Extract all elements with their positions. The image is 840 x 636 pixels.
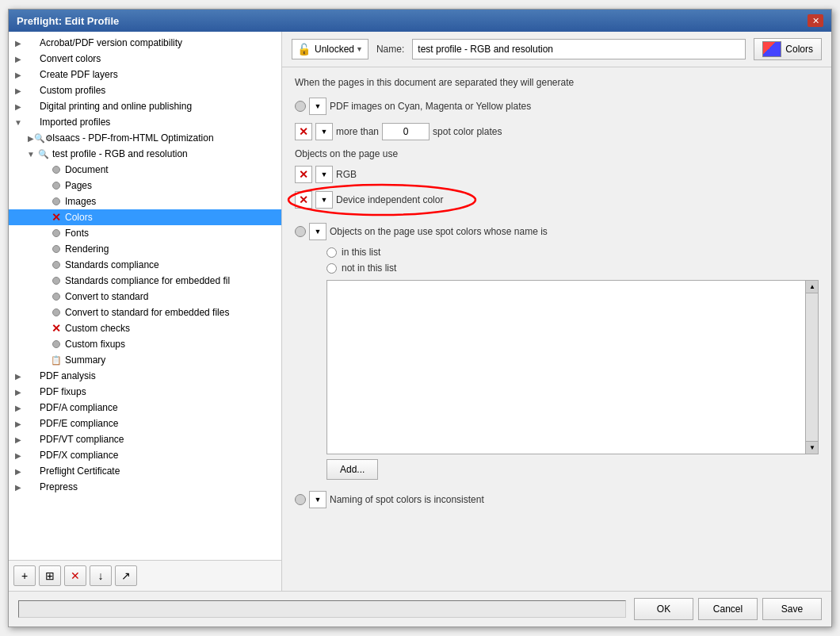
tree-item-custom-fixups[interactable]: Custom fixups xyxy=(9,336,281,352)
naming-toggle[interactable] xyxy=(295,494,306,505)
tree-toggle-colors[interactable] xyxy=(37,211,50,224)
tree-item-pdfx-compliance[interactable]: ▶PDF/X compliance xyxy=(9,447,281,463)
tree-item-convert-colors[interactable]: ▶Convert colors xyxy=(9,51,281,67)
tree-toggle-summary[interactable] xyxy=(37,354,50,366)
tree-item-images[interactable]: Images xyxy=(9,193,281,209)
tree-toggle-standards-embedded[interactable] xyxy=(37,274,50,287)
tree-item-fonts[interactable]: Fonts xyxy=(9,225,281,241)
ok-button[interactable]: OK xyxy=(634,598,693,620)
tree-item-pdfe-compliance[interactable]: ▶PDF/E compliance xyxy=(9,416,281,431)
tree-toggle-convert-embedded[interactable] xyxy=(37,306,50,319)
tree-toggle-pdfa-compliance[interactable]: ▶ xyxy=(12,401,25,414)
add-tree-item-button[interactable]: + xyxy=(13,565,36,586)
tree-toggle-document[interactable] xyxy=(37,163,50,176)
save-button[interactable]: Save xyxy=(762,598,822,620)
duplicate-tree-item-button[interactable]: ⊞ xyxy=(39,565,61,586)
status-bar xyxy=(18,600,626,618)
tree-toggle-standards-compliance[interactable] xyxy=(37,259,50,271)
tree-item-prepress[interactable]: ▶Prepress xyxy=(9,479,281,495)
tree-item-pdfa-compliance[interactable]: ▶PDF/A compliance xyxy=(9,400,281,416)
tree-toggle-pdfe-compliance[interactable]: ▶ xyxy=(12,417,25,430)
tree-toggle-pdf-analysis[interactable]: ▶ xyxy=(12,370,25,382)
tree-item-preflight-cert[interactable]: ▶Preflight Certificate xyxy=(9,463,281,479)
tree-toggle-preflight-cert[interactable]: ▶ xyxy=(12,465,25,477)
cancel-button[interactable]: Cancel xyxy=(698,598,758,620)
scroll-up-btn[interactable]: ▲ xyxy=(806,281,819,293)
tree-item-digital-printing[interactable]: ▶Digital printing and online publishing xyxy=(9,98,281,114)
delete-tree-item-button[interactable]: ✕ xyxy=(64,565,86,586)
tree-toggle-pdf-fixups[interactable]: ▶ xyxy=(12,385,25,398)
more-than-dropdown[interactable]: ▼ xyxy=(315,123,333,140)
pdf-images-dropdown[interactable]: ▼ xyxy=(309,98,326,115)
tree-toggle-fonts[interactable] xyxy=(37,227,50,239)
tree-toggle-custom-checks[interactable] xyxy=(37,322,50,335)
radio-group: in this list not in this list xyxy=(326,247,819,274)
tree-toggle-test-profile[interactable]: ▼ xyxy=(25,148,37,160)
spot-dropdown[interactable]: ▼ xyxy=(309,223,326,240)
move-down-button[interactable]: ↓ xyxy=(90,565,112,586)
device-ind-toggle[interactable]: ✕ xyxy=(295,191,312,209)
pdf-images-toggle[interactable] xyxy=(295,101,306,112)
close-button[interactable]: ✕ xyxy=(808,14,823,27)
tree-toggle-convert-colors[interactable]: ▶ xyxy=(12,52,25,65)
profile-name-input[interactable] xyxy=(412,39,746,59)
spot-toggle[interactable] xyxy=(295,226,306,237)
tree-item-pdfvt-compliance[interactable]: ▶PDF/VT compliance xyxy=(9,431,281,447)
tree-toolbar: + ⊞ ✕ ↓ ↗ xyxy=(9,560,281,591)
scroll-down-btn[interactable]: ▼ xyxy=(806,441,819,454)
device-ind-dropdown[interactable]: ▼ xyxy=(315,191,333,209)
tree-label-convert-to-std: Convert to standard xyxy=(65,291,148,302)
tree-item-create-pdf-layers[interactable]: ▶Create PDF layers xyxy=(9,67,281,82)
tree-item-pages[interactable]: Pages xyxy=(9,178,281,193)
left-panel: ▶Acrobat/PDF version compatibility▶Conve… xyxy=(9,32,282,591)
tree-item-pdf-fixups[interactable]: ▶PDF fixups xyxy=(9,384,281,400)
tree-item-isaacs[interactable]: ▶🔍⚙Isaacs - PDF-from-HTML Optimization xyxy=(9,130,281,146)
tree-toggle-custom-profiles[interactable]: ▶ xyxy=(12,84,25,97)
tree-item-document[interactable]: Document xyxy=(9,162,281,178)
add-button[interactable]: Add... xyxy=(326,459,378,480)
tree-toggle-prepress[interactable]: ▶ xyxy=(12,481,25,493)
naming-dropdown[interactable]: ▼ xyxy=(309,491,326,508)
tree-toggle-pages[interactable] xyxy=(37,179,50,192)
tree-item-acrobat[interactable]: ▶Acrobat/PDF version compatibility xyxy=(9,35,281,51)
tree-icon-pdf-analysis xyxy=(25,370,37,382)
not-in-list-radio[interactable] xyxy=(326,263,337,274)
rgb-toggle[interactable]: ✕ xyxy=(295,166,312,183)
tree-item-convert-to-std[interactable]: Convert to standard xyxy=(9,289,281,305)
tree-toggle-imported-profiles[interactable]: ▼ xyxy=(12,116,25,128)
tree-label-custom-checks: Custom checks xyxy=(65,323,130,334)
tree-toggle-create-pdf-layers[interactable]: ▶ xyxy=(12,68,25,81)
tree-item-summary[interactable]: 📋Summary xyxy=(9,352,281,368)
tree-item-test-profile[interactable]: ▼🔍test profile - RGB and resolution xyxy=(9,146,281,162)
tree-item-rendering[interactable]: Rendering xyxy=(9,241,281,257)
tree-item-pdf-analysis[interactable]: ▶PDF analysis xyxy=(9,368,281,384)
tree-icon-custom-profiles xyxy=(25,84,37,97)
tree-item-colors[interactable]: ✕Colors xyxy=(9,209,281,225)
more-than-input[interactable] xyxy=(382,123,430,140)
spot-list-box[interactable]: ▲ ▼ xyxy=(326,280,819,454)
tree-item-custom-profiles[interactable]: ▶Custom profiles xyxy=(9,82,281,98)
tree-label-isaacs: Isaacs - PDF-from-HTML Optimization xyxy=(52,132,214,144)
tree-item-imported-profiles[interactable]: ▼Imported profiles xyxy=(9,114,281,130)
tree-item-custom-checks[interactable]: ✕Custom checks xyxy=(9,320,281,336)
main-content: ▶Acrobat/PDF version compatibility▶Conve… xyxy=(9,32,831,591)
tree-toggle-acrobat[interactable]: ▶ xyxy=(12,36,25,49)
tree-toggle-pdfvt-compliance[interactable]: ▶ xyxy=(12,433,25,446)
tree-toggle-convert-to-std[interactable] xyxy=(37,290,50,303)
lock-dropdown[interactable]: 🔓 Unlocked ▼ xyxy=(292,39,368,59)
tree-item-standards-embedded[interactable]: Standards compliance for embedded fil xyxy=(9,273,281,289)
right-body: When the pages in this document are sepa… xyxy=(282,67,831,591)
tree-toggle-digital-printing[interactable]: ▶ xyxy=(12,100,25,113)
tree-toggle-custom-fixups[interactable] xyxy=(37,338,50,351)
rgb-dropdown[interactable]: ▼ xyxy=(315,166,333,183)
tree-item-convert-embedded[interactable]: Convert to standard for embedded files xyxy=(9,305,281,320)
tree-toggle-images[interactable] xyxy=(37,195,50,208)
tree-item-standards-compliance[interactable]: Standards compliance xyxy=(9,257,281,273)
colors-button[interactable]: Colors xyxy=(754,38,822,60)
tree-toggle-pdfx-compliance[interactable]: ▶ xyxy=(12,449,25,462)
tree-toggle-rendering[interactable] xyxy=(37,243,50,255)
more-than-toggle[interactable]: ✕ xyxy=(295,123,312,140)
export-button[interactable]: ↗ xyxy=(115,565,137,586)
list-scrollbar[interactable]: ▲ ▼ xyxy=(805,281,818,454)
in-list-radio[interactable] xyxy=(326,247,337,258)
